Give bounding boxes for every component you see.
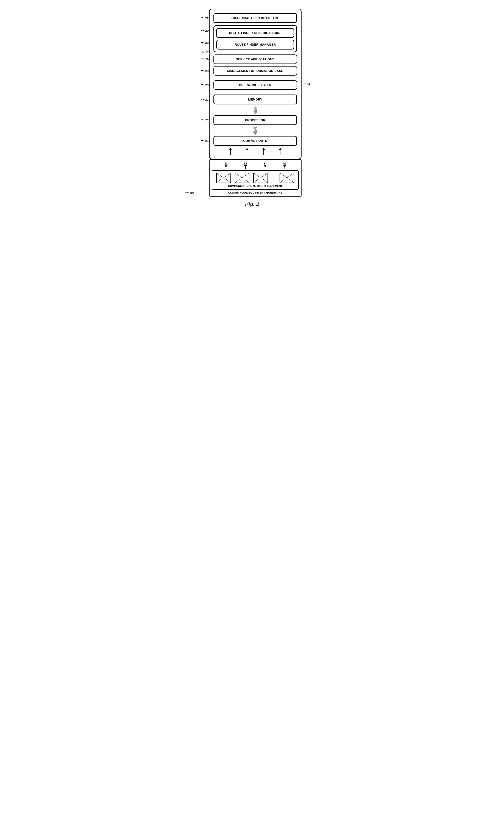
route-finder-manager-box: ROUTE FINDER MANAGER (216, 40, 294, 50)
port-s3: S3 (263, 162, 266, 169)
arrow-up-1 (229, 148, 232, 150)
figure-label: Fig. 2 (196, 200, 308, 208)
svg-marker-2 (253, 112, 257, 114)
ref-202: 〜 202 (201, 119, 210, 122)
net-unit-1 (216, 172, 231, 183)
comms-node-hardware-label: COMMS NODE EQUIPMENT HARDWARE (212, 191, 299, 194)
arrow-up-3 (262, 148, 265, 150)
gui-box: GRAPHICAL USER INTERFACE (214, 13, 297, 23)
memory-row: 〜 201 MEMORY (214, 95, 297, 104)
processor-row: 〜 202 PROCESSOR (214, 115, 297, 125)
arrow-line-2 (247, 150, 247, 155)
dotted-gap (272, 178, 276, 178)
memory-processor-arrow (214, 106, 297, 114)
divider-2 (214, 92, 297, 92)
diagram-area: 104 〜 211 GRAPHICAL USER INTERFACE (196, 9, 308, 208)
arrow-up-4 (279, 148, 282, 150)
ref-206: 〜 206 (201, 69, 210, 72)
memory-box: MEMORY (214, 95, 297, 104)
ref-201: 〜 201 (201, 98, 210, 101)
mib-row: 〜 206 MANAGEMENT INFORMATION BASE (214, 66, 297, 75)
svg-rect-4 (254, 130, 256, 132)
net-unit-2 (234, 172, 250, 183)
port-s1: S1 (224, 162, 227, 169)
ref-207: 〜 207 (201, 51, 210, 54)
ref-208: 〜 208 (201, 41, 210, 44)
arrow-line-3 (263, 150, 264, 155)
net-box-svg-2 (234, 172, 250, 183)
hardware-section-wrapper: 〜 205 S1 S2 S3 (196, 159, 308, 197)
comms-down-arrows (214, 148, 297, 155)
service-apps-row: 〜 210 SERVICE APPLICATIONS (214, 55, 297, 64)
ref-204: 〜 204 (201, 139, 210, 142)
route-finder-engine-box: ROUTE FINDER GENERIC ENGINE (216, 28, 294, 38)
arrow-line-4 (280, 150, 280, 155)
processor-comms-arrow (214, 127, 297, 135)
line-s1 (226, 167, 226, 169)
comms-ports-row: 〜 204 COMMS PORTS (214, 136, 297, 146)
arrow-col-4 (279, 148, 282, 155)
network-boxes-row (214, 172, 297, 183)
line-s5 (285, 167, 285, 169)
page-container: 104 〜 211 GRAPHICAL USER INTERFACE (187, 4, 317, 216)
os-box: OPERATING SYSTEM (214, 80, 297, 90)
arrow-col-3 (262, 148, 265, 155)
arrow-down-s2 (244, 165, 247, 167)
net-unit-3 (253, 172, 268, 183)
port-s2: S2 (244, 162, 247, 169)
os-row: 〜 203 OPERATING SYSTEM (214, 80, 297, 90)
ref-211: 〜 211 (201, 17, 210, 20)
route-finder-group: ROUTE FINDER GENERIC ENGINE ROUTE FINDER… (214, 25, 297, 52)
service-apps-box: SERVICE APPLICATIONS (214, 55, 297, 64)
arrow-down-s5 (283, 165, 286, 167)
arrow-down-s1 (224, 165, 227, 167)
arrow-col-2 (246, 148, 249, 155)
net-box-svg-4 (279, 172, 294, 183)
route-finder-group-row: 〜 209 〜 208 〜 207 ROUTE FINDER GENERIC E… (214, 25, 297, 52)
arrow-up-2 (246, 148, 249, 150)
net-unit-4 (279, 172, 294, 183)
port-s5: S5 (283, 162, 286, 169)
processor-box: PROCESSOR (214, 115, 297, 125)
network-equipment-inner: COMMUNICATIONS NETWORK EQUIPMENT (212, 170, 299, 190)
divider-1 (214, 78, 297, 78)
gui-row: 〜 211 GRAPHICAL USER INTERFACE (214, 13, 297, 23)
ref-203: 〜 203 (201, 83, 210, 87)
line-s3 (265, 167, 265, 169)
net-box-svg-3 (253, 172, 268, 183)
svg-marker-5 (253, 132, 257, 135)
network-equipment-label: COMMUNICATIONS NETWORK EQUIPMENT (214, 185, 297, 188)
svg-marker-0 (253, 106, 257, 109)
arrow-line-1 (230, 150, 231, 155)
port-labels-row: S1 S2 S3 (212, 162, 299, 169)
hardware-section: S1 S2 S3 (209, 159, 302, 197)
outer-box-104: 〜 211 GRAPHICAL USER INTERFACE 〜 209 〜 (209, 9, 302, 159)
mib-box: MANAGEMENT INFORMATION BASE (214, 66, 297, 75)
ref-210: 〜 210 (201, 58, 210, 61)
svg-marker-3 (253, 127, 257, 130)
svg-rect-1 (254, 109, 256, 112)
net-box-svg-1 (216, 172, 231, 183)
comms-ports-box: COMMS PORTS (214, 136, 297, 146)
ref-205: 〜 205 (185, 191, 194, 194)
line-s2 (245, 167, 246, 169)
arrow-down-s3 (264, 165, 266, 167)
arrow-col-1 (229, 148, 232, 155)
ref-209: 〜 209 (201, 29, 210, 32)
